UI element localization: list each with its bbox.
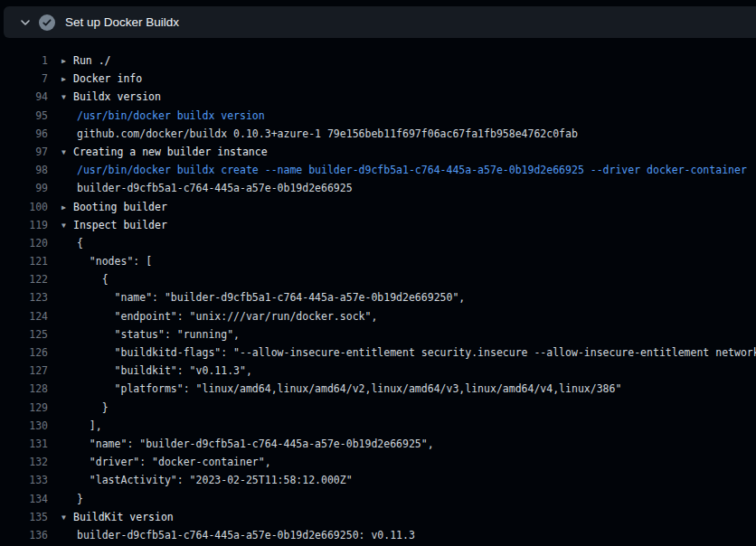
line-number[interactable]: 130 <box>0 417 48 435</box>
log-group-row[interactable]: 7▶Docker info <box>0 70 756 88</box>
log-row: 121 "nodes": [ <box>0 252 756 270</box>
line-number[interactable]: 100 <box>0 198 48 216</box>
log-row: 99builder-d9cfb5a1-c764-445a-a57e-0b19d2… <box>0 179 756 197</box>
group-expanded-icon[interactable]: ▼ <box>61 144 73 161</box>
log-group-row[interactable]: 1▶Run ./ <box>0 52 756 70</box>
output-text: { <box>48 270 109 288</box>
group-title: Booting builder <box>73 201 167 213</box>
output-text: "status": "running", <box>48 325 240 344</box>
log-row: 98/usr/bin/docker buildx create --name b… <box>0 161 756 179</box>
output-text: "driver": "docker-container", <box>48 453 271 471</box>
line-number[interactable]: 123 <box>0 288 48 306</box>
log-row: 128 "platforms": "linux/amd64,linux/amd6… <box>0 380 756 398</box>
log-group-row[interactable]: 94▼Buildx version <box>0 88 756 106</box>
command-text: /usr/bin/docker buildx version <box>48 107 265 125</box>
output-text: "nodes": [ <box>48 252 152 270</box>
log-row: 122 { <box>0 270 756 288</box>
group-expanded-icon[interactable]: ▼ <box>61 217 73 234</box>
log-row: 132 "driver": "docker-container", <box>0 453 756 471</box>
group-title: Buildx version <box>73 90 161 103</box>
log-group-row[interactable]: 135▼BuildKit version <box>0 508 756 526</box>
line-number[interactable]: 97 <box>0 143 48 161</box>
group-toggle[interactable]: ▼Inspect builder <box>48 216 167 234</box>
output-text: "name": "builder-d9cfb5a1-c764-445a-a57e… <box>48 288 465 306</box>
command-text: /usr/bin/docker buildx create --name bui… <box>48 161 747 179</box>
group-collapsed-icon[interactable]: ▶ <box>61 52 73 70</box>
line-number[interactable]: 122 <box>0 270 48 288</box>
log-group-row[interactable]: 97▼Creating a new builder instance <box>0 143 756 161</box>
group-toggle[interactable]: ▶Docker info <box>48 70 142 88</box>
output-text: github.com/docker/buildx 0.10.3+azure-1 … <box>48 125 578 143</box>
line-number[interactable]: 94 <box>0 88 48 106</box>
group-toggle[interactable]: ▶Booting builder <box>48 198 167 216</box>
line-number[interactable]: 124 <box>0 307 48 325</box>
line-number[interactable]: 125 <box>0 325 48 344</box>
log-group-row[interactable]: 100▶Booting builder <box>0 198 756 216</box>
group-title: Run ./ <box>73 54 111 67</box>
line-number[interactable]: 128 <box>0 380 48 398</box>
log-lines-container: 1▶Run ./7▶Docker info94▼Buildx version95… <box>0 52 756 544</box>
output-text: "buildkitd-flags": "--allow-insecure-ent… <box>48 344 756 362</box>
line-number[interactable]: 136 <box>0 526 48 544</box>
output-text: "name": "builder-d9cfb5a1-c764-445a-a57e… <box>48 435 434 453</box>
line-number[interactable]: 134 <box>0 490 48 508</box>
group-title: BuildKit version <box>73 511 174 523</box>
group-expanded-icon[interactable]: ▼ <box>61 509 73 526</box>
line-number[interactable]: 7 <box>0 70 48 88</box>
line-number[interactable]: 132 <box>0 453 48 471</box>
group-collapsed-icon[interactable]: ▶ <box>61 71 73 88</box>
log-row: 123 "name": "builder-d9cfb5a1-c764-445a-… <box>0 288 756 306</box>
workflow-log-viewer: Set up Docker Buildx 1▶Run ./7▶Docker in… <box>0 0 756 546</box>
step-title: Set up Docker Buildx <box>65 15 179 29</box>
log-row: 133 "lastActivity": "2023-02-25T11:58:12… <box>0 471 756 489</box>
group-title: Creating a new builder instance <box>73 146 268 158</box>
log-row: 96github.com/docker/buildx 0.10.3+azure-… <box>0 125 756 143</box>
output-text: "platforms": "linux/amd64,linux/amd64/v2… <box>48 380 621 398</box>
line-number[interactable]: 1 <box>0 52 48 70</box>
line-number[interactable]: 98 <box>0 161 48 179</box>
output-text: "buildkit": "v0.11.3", <box>48 362 252 380</box>
line-number[interactable]: 95 <box>0 107 48 125</box>
line-number[interactable]: 135 <box>0 508 48 526</box>
line-number[interactable]: 131 <box>0 435 48 453</box>
output-text: builder-d9cfb5a1-c764-445a-a57e-0b19d2e6… <box>48 179 353 197</box>
line-number[interactable]: 133 <box>0 471 48 489</box>
log-row: 129 } <box>0 399 756 417</box>
line-number[interactable]: 120 <box>0 234 48 252</box>
line-number[interactable]: 121 <box>0 252 48 270</box>
log-row: 127 "buildkit": "v0.11.3", <box>0 362 756 380</box>
group-collapsed-icon[interactable]: ▶ <box>61 199 73 216</box>
step-header[interactable]: Set up Docker Buildx <box>4 6 756 38</box>
log-row: 126 "buildkitd-flags": "--allow-insecure… <box>0 344 756 362</box>
log-row: 134} <box>0 490 756 508</box>
log-row: 136builder-d9cfb5a1-c764-445a-a57e-0b19d… <box>0 526 756 544</box>
log-row: 125 "status": "running", <box>0 325 756 344</box>
group-toggle[interactable]: ▶Run ./ <box>48 52 111 70</box>
log-row: 120{ <box>0 234 756 252</box>
line-number[interactable]: 99 <box>0 179 48 197</box>
output-text: "endpoint": "unix:///var/run/docker.sock… <box>48 307 377 325</box>
output-text: builder-d9cfb5a1-c764-445a-a57e-0b19d2e6… <box>48 526 415 544</box>
log-row: 130 ], <box>0 417 756 435</box>
line-number[interactable]: 96 <box>0 125 48 143</box>
output-text: "lastActivity": "2023-02-25T11:58:12.000… <box>48 471 353 489</box>
log-row: 131 "name": "builder-d9cfb5a1-c764-445a-… <box>0 435 756 453</box>
log-group-row[interactable]: 119▼Inspect builder <box>0 216 756 234</box>
output-text: ], <box>48 417 102 435</box>
group-toggle[interactable]: ▼BuildKit version <box>48 508 174 526</box>
output-text: } <box>48 490 83 508</box>
output-text: { <box>48 234 83 252</box>
output-text: } <box>48 399 109 417</box>
line-number[interactable]: 127 <box>0 362 48 380</box>
chevron-down-icon[interactable] <box>19 16 32 29</box>
line-number[interactable]: 126 <box>0 344 48 362</box>
line-number[interactable]: 119 <box>0 216 48 234</box>
log-row: 95/usr/bin/docker buildx version <box>0 107 756 125</box>
group-expanded-icon[interactable]: ▼ <box>61 89 73 106</box>
group-toggle[interactable]: ▼Buildx version <box>48 88 161 106</box>
line-number[interactable]: 129 <box>0 399 48 417</box>
log-row: 124 "endpoint": "unix:///var/run/docker.… <box>0 307 756 325</box>
step-status-check-icon <box>39 14 55 31</box>
group-title: Inspect builder <box>73 219 167 231</box>
group-toggle[interactable]: ▼Creating a new builder instance <box>48 143 268 161</box>
